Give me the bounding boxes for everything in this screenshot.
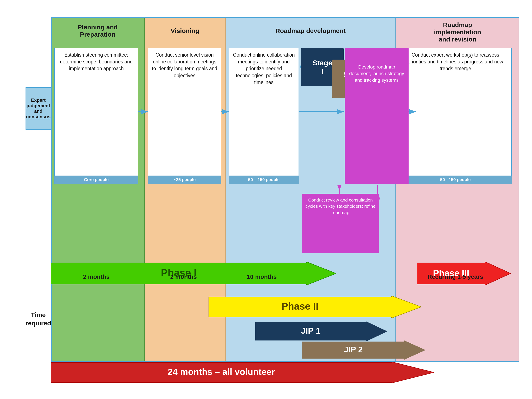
svg-text:24 months – all volunteer: 24 months – all volunteer	[168, 367, 275, 377]
svg-text:JIP 2: JIP 2	[344, 345, 363, 354]
vert-arrow-down	[374, 185, 381, 206]
arrow-plan-to-vis	[138, 108, 149, 115]
impl-content-text: Conduct expert workshop(s) to reassess p…	[403, 51, 508, 72]
roadmap-people-badge: 50 – 150 people	[229, 176, 299, 184]
jip2-arrow: JIP 2	[302, 341, 426, 360]
time-implementation: Recurring 1-5 years	[396, 273, 515, 280]
planning-people-label: Core people	[84, 177, 109, 182]
time-roadmap: 10 months	[226, 273, 298, 280]
col-visioning-header: Visioning	[145, 17, 225, 45]
planning-content-box: Establish steering committee; determine …	[54, 48, 138, 184]
impl-content-box: Conduct expert workshop(s) to reassess p…	[399, 48, 512, 184]
expert-judgement-box: Expert judgement and consensus	[25, 87, 51, 130]
roadmap-content-text: Conduct online collaboration meetings to…	[232, 51, 295, 86]
arrow-road-to-magenta	[299, 108, 346, 115]
visioning-people-label: ~25 people	[174, 177, 196, 182]
svg-text:JIP 1: JIP 1	[301, 326, 321, 335]
roadmap-people-label: 50 – 150 people	[248, 177, 280, 182]
col-roadmap-header: Roadmap development	[226, 17, 395, 45]
arrow-vis-to-road	[221, 108, 230, 115]
svg-marker-22	[302, 341, 426, 360]
time-required-label: Time required	[25, 311, 51, 327]
roadmap-content-box: Conduct online collaboration meetings to…	[229, 48, 299, 184]
impl-people-label: 50 - 150 people	[440, 177, 470, 182]
svg-marker-20	[255, 321, 387, 342]
vert-arrow-up	[336, 185, 343, 206]
planning-people-badge: Core people	[55, 176, 138, 184]
arrow-mag-to-impl	[409, 108, 417, 115]
develop-roadmap-box: Develop roadmap document, launch strateg…	[345, 48, 409, 184]
time-required-text: Time required	[25, 311, 51, 327]
planning-content-text: Establish steering committee; determine …	[58, 51, 135, 72]
impl-people-badge: 50 - 150 people	[399, 176, 512, 184]
jip1-arrow: JIP 1	[255, 321, 387, 342]
svg-text:Phase II: Phase II	[282, 301, 319, 312]
col-implementation-header: Roadmapimplementationand revision	[396, 17, 519, 47]
expert-judgement-text: Expert judgement and consensus	[26, 97, 51, 120]
time-planning: 2 months	[54, 273, 138, 280]
volunteer-arrow: 24 months – all volunteer	[51, 362, 434, 383]
stage-I-text: StageI	[313, 59, 332, 75]
develop-roadmap-text: Develop roadmap document, launch strateg…	[348, 64, 405, 83]
visioning-content-text: Conduct senior level vision online colla…	[152, 51, 218, 79]
visioning-people-badge: ~25 people	[148, 176, 221, 184]
col-planning-header: Planning andPreparation	[51, 17, 144, 45]
phase-II-arrow: Phase II	[209, 296, 421, 318]
visioning-content-box: Conduct senior level vision online colla…	[148, 48, 221, 184]
time-visioning: 2 months	[147, 273, 220, 280]
diagram-container: Expert judgement and consensus Planning …	[25, 17, 524, 383]
